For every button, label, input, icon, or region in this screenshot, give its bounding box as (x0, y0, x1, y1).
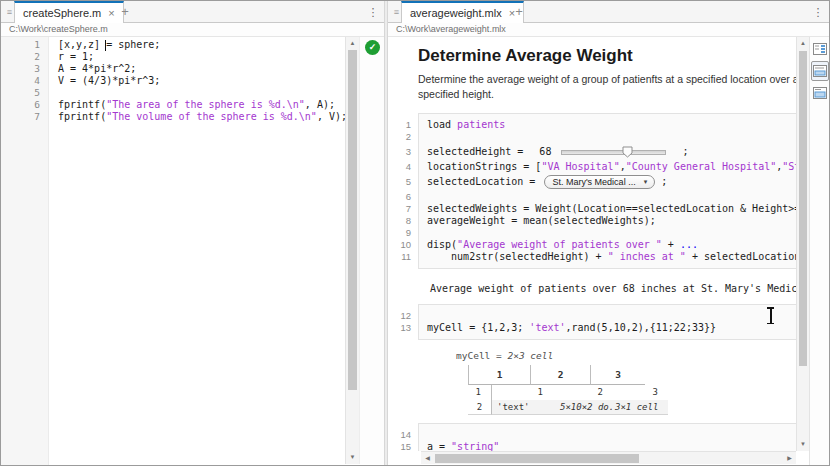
line-number[interactable]: 2 (388, 131, 418, 143)
line-number[interactable]: 3 (1, 63, 48, 75)
new-tab-button[interactable]: + (510, 4, 528, 20)
scrollbar-thumb[interactable] (348, 50, 357, 390)
line-number-gutter[interactable]: 1 2 3 4 5 6 7 8 9 10 11 (388, 113, 418, 269)
line-number[interactable]: 2 (1, 51, 48, 63)
height-value-field[interactable]: 68 (539, 143, 551, 161)
close-icon[interactable]: × (108, 8, 114, 19)
height-slider[interactable] (561, 146, 666, 159)
code-line[interactable]: [x,y,z] = sphere; (58, 39, 345, 51)
left-vertical-scrollbar[interactable]: ▲ ▼ (345, 37, 359, 464)
line-number[interactable]: 15 (388, 441, 418, 451)
live-script-description[interactable]: Determine the average weight of a group … (418, 72, 796, 102)
code-line[interactable]: num2str(selectedHeight) + " inches at " … (427, 251, 796, 263)
code-block[interactable]: myCell = {1,2,3; 'text',rand(5,10,2),{11… (418, 304, 796, 340)
code-text: locationStrings = [ (427, 161, 541, 172)
table-row: 1 1 2 3 (468, 385, 796, 400)
code-line[interactable]: a = "string" (427, 441, 796, 451)
code-line[interactable]: disp("Average weight of patients over " … (427, 239, 796, 251)
live-script-title[interactable]: Determine Average Weight (418, 46, 796, 66)
line-number[interactable]: 9 (388, 227, 418, 239)
code-line[interactable]: V = (4/3)*pi*r^3; (58, 75, 345, 87)
line-number[interactable]: 14 (388, 429, 418, 441)
left-code-area[interactable]: [x,y,z] = sphere; r = 1; A = 4*pi*r^2; V… (49, 37, 345, 465)
editor-pane-left: ≡ createSphere.m × + ⋮ C:\Work\createSph… (1, 1, 384, 465)
code-line[interactable] (427, 227, 796, 239)
scrollbar-thumb[interactable] (799, 51, 807, 366)
line-number-gutter[interactable]: 14 15 (388, 423, 418, 451)
line-number[interactable]: 5 (1, 87, 48, 99)
code-line[interactable]: myCell = {1,2,3; 'text',rand(5,10,2),{11… (427, 322, 796, 334)
code-text: ,rand(5,10,2),{11;22;33}} (565, 322, 716, 333)
line-number[interactable]: 8 (388, 215, 418, 227)
code-line-slider[interactable]: selectedHeight = 68; (427, 143, 796, 161)
code-line-dropdown[interactable]: selectedLocation = St. Mary's Medical ..… (427, 173, 796, 191)
code-text: selectedHeight = (427, 146, 529, 157)
line-number[interactable]: 4 (388, 161, 418, 173)
line-number[interactable]: 5 (388, 173, 418, 191)
line-number[interactable]: 6 (1, 99, 48, 111)
code-text: fprintf( (58, 99, 106, 110)
code-line[interactable]: load patients (427, 119, 796, 131)
string-literal: "string" (451, 441, 499, 451)
disp-output-text: Average weight of patients over 68 inche… (430, 283, 796, 294)
code-line[interactable] (58, 87, 345, 99)
code-line[interactable] (427, 131, 796, 143)
scroll-right-icon[interactable]: ▶ (784, 452, 795, 464)
line-number[interactable]: 3 (388, 143, 418, 161)
tab-averageweight[interactable]: averageweight.mlx × (401, 1, 524, 23)
dropdown-value: St. Mary's Medical ... (552, 173, 635, 191)
right-horizontal-scrollbar[interactable]: ◀ ▶ (421, 451, 796, 464)
output-inline-icon[interactable] (811, 61, 829, 81)
code-block[interactable]: load patients selectedHeight = 68; locat… (418, 113, 796, 269)
right-vertical-scrollbar[interactable]: ▲ ▼ (796, 37, 809, 451)
scroll-left-icon[interactable]: ◀ (422, 452, 433, 464)
line-number[interactable]: 13 (388, 322, 418, 334)
code-line[interactable]: fprintf("The area of the sphere is %d.\n… (58, 99, 345, 111)
code-line[interactable] (427, 429, 796, 441)
output-on-right-icon[interactable] (811, 39, 829, 59)
line-number[interactable]: 4 (1, 75, 48, 87)
line-number-gutter[interactable]: 12 13 (388, 304, 418, 340)
line-number[interactable]: 7 (1, 111, 48, 123)
scroll-up-icon[interactable]: ▲ (797, 38, 809, 49)
tab-overflow-menu-icon[interactable]: ⋮ (366, 4, 380, 20)
line-number[interactable]: 10 (388, 239, 418, 251)
line-number[interactable]: 7 (388, 203, 418, 215)
left-line-number-gutter[interactable]: 1 2 3 4 5 6 7 (1, 37, 49, 465)
location-dropdown[interactable]: St. Mary's Medical ...▾ (544, 175, 655, 189)
left-code-editor[interactable]: 1 2 3 4 5 6 7 [x,y,z] = sphere; r = 1; A… (1, 37, 345, 465)
hide-code-icon[interactable] (811, 83, 829, 103)
code-text: V = (4/3)*pi*r^3; (58, 75, 160, 86)
scroll-down-icon[interactable]: ▼ (346, 452, 359, 463)
code-analyzer-check-icon[interactable]: ✓ (365, 40, 380, 55)
scroll-down-icon[interactable]: ▼ (797, 439, 809, 450)
code-line[interactable]: A = 4*pi*r^2; (58, 63, 345, 75)
line-number[interactable]: 6 (388, 191, 418, 203)
tab-overflow-menu-icon[interactable]: ⋮ (811, 4, 825, 20)
line-number[interactable]: 11 (388, 251, 418, 263)
code-line[interactable] (427, 310, 796, 322)
line-number[interactable]: 12 (388, 310, 418, 322)
line-number[interactable]: 1 (1, 39, 48, 51)
right-file-path: C:\Work\averageweight.mlx (388, 23, 829, 37)
tab-createsphere[interactable]: createSphere.m × (14, 1, 124, 23)
column-header: 3 (590, 365, 645, 385)
code-line[interactable]: locationStrings = ["VA Hospital","County… (427, 161, 796, 173)
code-block[interactable]: a = "string" (418, 423, 796, 451)
code-line[interactable]: averageWeight = mean(selectedWeights); (427, 215, 796, 227)
line-number[interactable]: 1 (388, 119, 418, 131)
scroll-up-icon[interactable]: ▲ (346, 38, 359, 49)
code-section-1: 1 2 3 4 5 6 7 8 9 10 11 load patients se… (388, 113, 796, 269)
new-tab-button[interactable]: + (116, 4, 134, 20)
left-file-path: C:\Work\createSphere.m (1, 23, 384, 37)
row-number: 2 (468, 400, 492, 415)
code-line[interactable]: fprintf("The volume of the sphere is %d.… (58, 111, 345, 123)
code-line[interactable]: selectedWeights = Weight(Location==selec… (427, 203, 796, 215)
variable-name: myCell = (456, 350, 507, 361)
code-line[interactable]: r = 1; (58, 51, 345, 63)
slider-track[interactable] (561, 150, 666, 155)
slider-thumb[interactable] (622, 146, 633, 164)
code-text: fprintf( (58, 111, 106, 122)
scrollbar-thumb[interactable] (435, 454, 639, 463)
code-line[interactable] (427, 191, 796, 203)
